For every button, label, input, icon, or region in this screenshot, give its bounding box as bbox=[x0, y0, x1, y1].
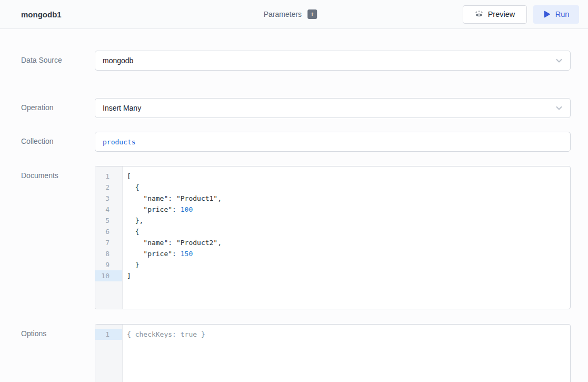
line-number: 5 bbox=[95, 215, 122, 226]
code-token: "price": bbox=[127, 205, 181, 213]
query-name: mongodb1 bbox=[21, 10, 62, 19]
line-number: 1 bbox=[95, 171, 122, 182]
add-parameter-button[interactable]: + bbox=[307, 9, 317, 19]
query-header: mongodb1 Parameters + Preview bbox=[0, 0, 588, 29]
code-line[interactable]: "name": "Product1", bbox=[127, 193, 570, 204]
code-token: { checkKeys: true } bbox=[127, 330, 205, 338]
field-label-options: Options bbox=[21, 324, 95, 338]
preview-button[interactable]: Preview bbox=[463, 5, 527, 24]
data-source-select[interactable]: mongodb bbox=[95, 51, 571, 71]
data-source-row: Data Source mongodb bbox=[21, 51, 571, 71]
parameters-label: Parameters bbox=[264, 10, 302, 18]
collection-input[interactable]: products bbox=[95, 132, 571, 152]
operation-value: Insert Many bbox=[103, 104, 554, 112]
code-line[interactable]: } bbox=[127, 259, 570, 270]
options-row: Options 1 { checkKeys: true } bbox=[21, 324, 571, 382]
code-token: [ bbox=[127, 172, 131, 180]
operation-row: Operation Insert Many bbox=[21, 98, 571, 118]
line-number: 3 bbox=[95, 193, 122, 204]
code-token: { bbox=[127, 228, 139, 236]
code-line[interactable]: "price": 150 bbox=[127, 248, 570, 259]
code-line[interactable]: { checkKeys: true } bbox=[127, 329, 570, 340]
code-area[interactable]: { checkKeys: true } bbox=[123, 325, 570, 382]
code-line[interactable]: }, bbox=[127, 215, 570, 226]
code-token: "price": bbox=[127, 250, 181, 258]
parameters-section: Parameters + bbox=[264, 9, 317, 19]
code-line[interactable]: { bbox=[127, 226, 570, 237]
code-token: }, bbox=[127, 217, 143, 224]
play-icon bbox=[543, 11, 551, 18]
code-token: ] bbox=[127, 272, 131, 280]
field-label-data-source: Data Source bbox=[21, 51, 95, 64]
line-number: 8 bbox=[95, 248, 122, 259]
plus-icon: + bbox=[310, 10, 314, 18]
line-number: 1 bbox=[95, 329, 122, 340]
code-line[interactable]: ] bbox=[127, 270, 570, 281]
code-token: "name": "Product2", bbox=[127, 239, 222, 247]
run-label: Run bbox=[555, 10, 570, 18]
collection-row: Collection products bbox=[21, 132, 571, 152]
collection-value: products bbox=[103, 138, 136, 146]
code-line[interactable]: { bbox=[127, 182, 570, 193]
code-line[interactable]: "name": "Product2", bbox=[127, 237, 570, 248]
line-number: 9 bbox=[95, 259, 122, 270]
code-token: { bbox=[127, 183, 139, 191]
header-actions: Preview Run bbox=[463, 5, 579, 24]
operation-select[interactable]: Insert Many bbox=[95, 98, 571, 118]
data-source-value: mongodb bbox=[103, 56, 554, 65]
documents-editor[interactable]: 12345678910 [ { "name": "Product1", "pri… bbox=[95, 166, 571, 309]
run-button[interactable]: Run bbox=[533, 5, 579, 24]
field-label-documents: Documents bbox=[21, 166, 95, 180]
eye-icon bbox=[475, 10, 483, 18]
line-number: 4 bbox=[95, 204, 122, 215]
field-label-operation: Operation bbox=[21, 98, 95, 112]
line-number-gutter: 12345678910 bbox=[95, 166, 123, 309]
documents-row: Documents 12345678910 [ { "name": "Produ… bbox=[21, 166, 571, 309]
code-area[interactable]: [ { "name": "Product1", "price": 100 }, … bbox=[123, 166, 570, 309]
line-number: 7 bbox=[95, 237, 122, 248]
code-line[interactable]: [ bbox=[127, 171, 570, 182]
code-token: 150 bbox=[181, 250, 193, 258]
code-token: } bbox=[127, 261, 139, 269]
code-token: 100 bbox=[181, 205, 193, 213]
code-token: "name": "Product1", bbox=[127, 194, 222, 202]
preview-label: Preview bbox=[488, 10, 515, 18]
line-number: 6 bbox=[95, 226, 122, 237]
query-form: Data Source mongodb Operation Insert Man… bbox=[0, 51, 588, 382]
chevron-down-icon bbox=[554, 56, 564, 65]
field-label-collection: Collection bbox=[21, 132, 95, 145]
line-number: 10 bbox=[95, 270, 122, 281]
options-editor[interactable]: 1 { checkKeys: true } bbox=[95, 324, 571, 382]
line-number-gutter: 1 bbox=[95, 325, 123, 382]
code-line[interactable]: "price": 100 bbox=[127, 204, 570, 215]
chevron-down-icon bbox=[554, 103, 564, 113]
line-number: 2 bbox=[95, 182, 122, 193]
